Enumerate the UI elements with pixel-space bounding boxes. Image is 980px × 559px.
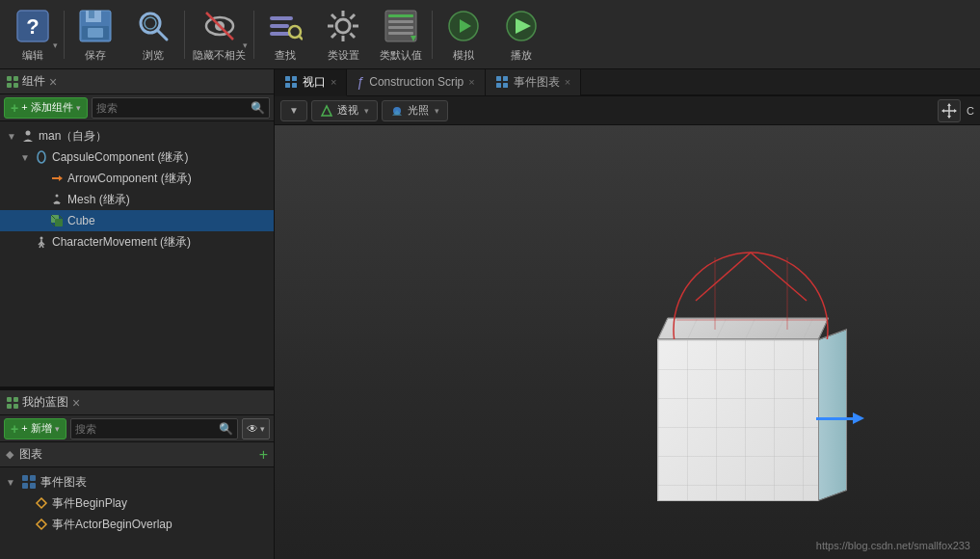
event-graph-tab-close[interactable]: ×: [565, 76, 570, 88]
svg-line-24: [351, 33, 356, 38]
blueprint-section-header: 我的蓝图 ×: [0, 390, 274, 415]
components-search-box[interactable]: 🔍: [92, 97, 270, 119]
viewport-toolbar: ▼ 透视 ▾ 光照 ▾: [275, 96, 980, 125]
components-toolbar: + + 添加组件 ▾ 🔍: [0, 94, 274, 121]
tree-item-arrow[interactable]: ArrowComponent (继承): [0, 168, 274, 189]
svg-line-81: [696, 253, 751, 301]
svg-rect-37: [13, 76, 18, 81]
svg-rect-69: [503, 76, 508, 81]
tree-item-actor-begin-overlap[interactable]: 事件ActorBeginOverlap: [0, 514, 274, 535]
svg-rect-58: [7, 404, 12, 409]
blueprint-search-input[interactable]: [75, 423, 219, 435]
toolbar-play-button[interactable]: 播放: [492, 2, 550, 67]
tree-item-capsule[interactable]: ▼ CapsuleComponent (继承): [0, 146, 274, 168]
wire-arc-svg: [657, 243, 845, 339]
toolbar-browse-button[interactable]: 浏览: [124, 2, 182, 67]
svg-rect-6: [88, 28, 103, 38]
svg-marker-43: [59, 175, 63, 181]
svg-rect-36: [7, 76, 12, 81]
tab-event-graph[interactable]: 事件图表 ×: [486, 69, 581, 95]
tree-item-mesh[interactable]: Mesh (继承): [0, 189, 274, 210]
cube-icon: [50, 214, 64, 227]
construction-tab-close[interactable]: ×: [468, 76, 474, 88]
svg-marker-75: [947, 103, 951, 106]
left-panel: 组件 × + + 添加组件 ▾ 🔍 ▼ man（自身）: [0, 69, 275, 559]
components-search-icon: 🔍: [251, 101, 265, 115]
svg-rect-64: [285, 76, 290, 81]
main-area: 组件 × + + 添加组件 ▾ 🔍 ▼ man（自身）: [0, 69, 980, 559]
tab-construction[interactable]: ƒ Construction Scrip ×: [347, 69, 485, 95]
cube-front-grid: [658, 340, 818, 500]
components-close-button[interactable]: ×: [49, 74, 57, 90]
toolbar-simulate-button[interactable]: 模拟: [435, 2, 492, 67]
svg-marker-76: [947, 116, 951, 119]
toolbar-find-button[interactable]: 查找: [256, 2, 314, 67]
svg-point-44: [56, 195, 59, 198]
construction-tab-icon: ƒ: [357, 74, 364, 90]
viewport-tab-close[interactable]: ×: [331, 76, 336, 88]
svg-line-26: [331, 33, 336, 38]
vp-mode-text: C: [967, 105, 974, 117]
x-axis-arrow: [816, 413, 864, 424]
svg-line-49: [51, 223, 55, 226]
tree-item-character[interactable]: CharacterMovement (继承): [0, 231, 274, 253]
svg-rect-65: [292, 76, 297, 81]
toolbar-class-defaults-button[interactable]: 类默认值: [372, 2, 430, 67]
svg-rect-14: [270, 24, 289, 28]
capsule-icon: [35, 150, 48, 164]
svg-line-48: [59, 215, 63, 219]
svg-point-50: [40, 237, 43, 240]
components-search-input[interactable]: [96, 102, 251, 114]
tree-item-event-graph[interactable]: ▼ 事件图表: [0, 471, 274, 492]
viewport-area[interactable]: https://blog.csdn.net/smallfox233: [275, 125, 980, 559]
right-panel: 视口 × ƒ Construction Scrip × 事件图表 ×: [275, 69, 980, 559]
svg-rect-63: [30, 483, 36, 489]
perspective-button[interactable]: 透视 ▾: [311, 100, 378, 121]
toolbar-sep-3: [253, 11, 254, 59]
svg-point-40: [26, 131, 31, 136]
watermark: https://blog.csdn.net/smallfox233: [816, 540, 970, 551]
svg-text:?: ?: [26, 14, 39, 39]
toolbar-class-settings-button[interactable]: 类设置: [314, 2, 372, 67]
event-tab-icon: [495, 75, 509, 89]
blueprint-search-box[interactable]: 🔍: [70, 418, 238, 439]
vp-move-icon[interactable]: [938, 99, 961, 122]
mesh-icon: [50, 193, 64, 206]
eye-button[interactable]: 👁 ▾: [242, 418, 270, 439]
blueprint-toolbar: + + 新增 ▾ 🔍 👁 ▾: [0, 415, 274, 442]
component-tree: ▼ man（自身） ▼ CapsuleComponent (继承) Arro: [0, 121, 274, 386]
svg-line-17: [299, 36, 303, 40]
blueprint-section: 我的蓝图 × + + 新增 ▾ 🔍 👁 ▾: [0, 390, 274, 559]
components-section-header: 组件 ×: [0, 69, 274, 94]
svg-rect-60: [22, 475, 28, 481]
blueprint-close-button[interactable]: ×: [72, 395, 80, 411]
svg-line-8: [157, 30, 167, 40]
tab-viewport[interactable]: 视口 ×: [275, 69, 347, 96]
svg-marker-77: [941, 109, 944, 113]
tree-item-man[interactable]: ▼ man（自身）: [0, 125, 274, 146]
scene-background: [275, 125, 980, 559]
man-icon: [21, 129, 35, 143]
perspective-icon: [320, 104, 333, 118]
toolbar-save-button[interactable]: 保存: [66, 2, 124, 67]
svg-rect-61: [30, 475, 36, 481]
add-component-button[interactable]: + + 添加组件 ▾: [4, 97, 88, 119]
character-icon: [35, 235, 48, 249]
svg-rect-59: [13, 404, 18, 409]
add-graph-button[interactable]: +: [259, 446, 268, 464]
vp-controls: C: [938, 99, 974, 122]
svg-rect-46: [55, 219, 63, 226]
new-blueprint-button[interactable]: + + 新增 ▾: [4, 418, 66, 439]
main-toolbar: ? 编辑 保存 浏览: [0, 0, 980, 69]
cube-front-face: [657, 339, 819, 501]
toolbar-hide-button[interactable]: 隐藏不相关: [187, 2, 252, 67]
toolbar-edit-button[interactable]: ? 编辑: [4, 2, 62, 67]
tree-item-cube[interactable]: Cube: [0, 210, 274, 231]
components-icon: [6, 75, 19, 89]
graph-tree: ▼ 事件图表: [0, 467, 274, 559]
svg-rect-70: [496, 83, 501, 88]
vp-dropdown-button[interactable]: ▼: [280, 100, 307, 121]
lit-button[interactable]: 光照 ▾: [382, 100, 448, 121]
svg-rect-31: [388, 32, 413, 35]
tree-item-begin-play[interactable]: 事件BeginPlay: [0, 492, 274, 514]
